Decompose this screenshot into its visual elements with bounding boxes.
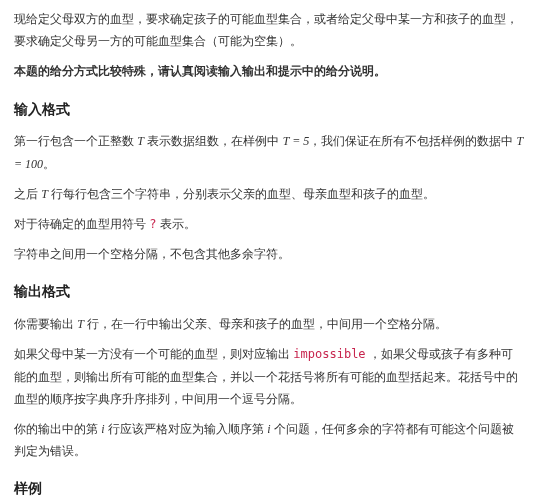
output-format-p1: 你需要输出 T 行，在一行中输出父亲、母亲和孩子的血型，中间用一个空格分隔。 [14, 313, 524, 335]
eq-T5: T = 5 [283, 134, 310, 148]
input-format-p2: 之后 T 行每行包含三个字符串，分别表示父亲的血型、母亲血型和孩子的血型。 [14, 183, 524, 205]
intro-paragraph-2: 本题的给分方式比较特殊，请认真阅读输入输出和提示中的给分说明。 [14, 60, 524, 82]
input-format-heading: 输入格式 [14, 97, 524, 123]
input-format-p1: 第一行包含一个正整数 T 表示数据组数，在样例中 T = 5，我们保证在所有不包… [14, 130, 524, 174]
impossible-keyword: impossible [293, 347, 365, 361]
sample-heading: 样例 [14, 476, 524, 500]
input-format-p4: 字符串之间用一个空格分隔，不包含其他多余字符。 [14, 243, 524, 265]
output-format-p2: 如果父母中某一方没有一个可能的血型，则对应输出 impossible ，如果父母… [14, 343, 524, 410]
input-format-p3: 对于待确定的血型用符号 ? 表示。 [14, 213, 524, 235]
intro-paragraph-1: 现给定父母双方的血型，要求确定孩子的可能血型集合，或者给定父母中某一方和孩子的血… [14, 8, 524, 52]
question-mark-symbol: ? [149, 217, 156, 231]
output-format-p3: 你的输出中的第 i 行应该严格对应为输入顺序第 i 个问题，任何多余的字符都有可… [14, 418, 524, 462]
problem-statement: 现给定父母双方的血型，要求确定孩子的可能血型集合，或者给定父母中某一方和孩子的血… [0, 0, 538, 500]
output-format-heading: 输出格式 [14, 279, 524, 305]
